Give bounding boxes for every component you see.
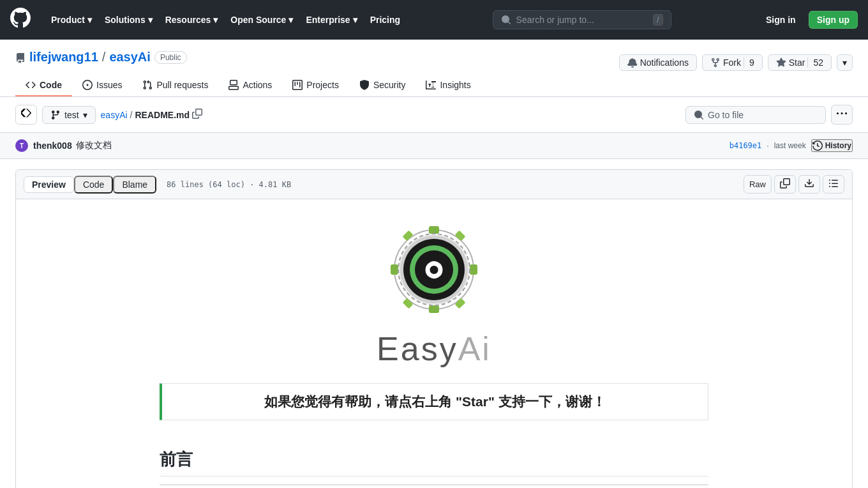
history-icon	[812, 141, 823, 151]
more-repo-actions-button[interactable]: ▾	[837, 54, 853, 71]
header-nav: Product ▾ Solutions ▾ Resources ▾ Open S…	[46, 11, 405, 29]
chevron-down-icon: ▾	[213, 15, 218, 25]
pr-icon	[142, 80, 153, 90]
go-to-file-label: Go to file	[708, 110, 744, 120]
tab-projects[interactable]: Projects	[282, 75, 349, 96]
cta-text: 如果您觉得有帮助，请点右上角 "Star" 支持一下，谢谢！	[264, 394, 605, 409]
tab-actions[interactable]: Actions	[218, 75, 282, 96]
cta-box: 如果您觉得有帮助，请点右上角 "Star" 支持一下，谢谢！	[160, 383, 708, 420]
easyai-logo	[389, 225, 479, 314]
download-button[interactable]	[798, 175, 820, 194]
repo-icon	[15, 53, 26, 63]
commit-time: last week	[774, 141, 806, 150]
file-path-current-file: README.md	[135, 110, 190, 120]
branch-selector[interactable]: test ▾	[42, 106, 96, 124]
nav-enterprise[interactable]: Enterprise ▾	[301, 11, 362, 29]
copy-path-button[interactable]	[192, 109, 202, 121]
tab-security[interactable]: Security	[349, 75, 416, 96]
file-metadata: 86 lines (64 loc) · 4.81 KB	[167, 180, 291, 189]
tab-pull-requests[interactable]: Pull requests	[132, 75, 218, 96]
repo-header: lifejwang11 / easyAi Public Notification…	[0, 40, 868, 97]
tab-code[interactable]: Code	[74, 176, 113, 194]
svg-rect-1	[429, 226, 439, 234]
more-file-options-button[interactable]	[831, 105, 853, 125]
nav-product[interactable]: Product ▾	[46, 11, 97, 29]
outline-button[interactable]	[823, 175, 844, 194]
repo-owner-link[interactable]: lifejwang11	[29, 50, 98, 65]
file-path-separator: /	[130, 110, 133, 120]
tab-insights[interactable]: Insights	[415, 75, 481, 96]
nav-open-source[interactable]: Open Source ▾	[225, 11, 298, 29]
tab-code[interactable]: Code	[15, 75, 72, 96]
nav-solutions-label: Solutions	[105, 15, 146, 25]
file-path-bar: test ▾ easyAi / README.md Go to file	[0, 97, 868, 133]
file-view-actions: Raw	[744, 175, 844, 194]
repo-actions: Notifications Fork 9 Star 52 ▾	[619, 54, 853, 71]
sign-up-button[interactable]: Sign up	[809, 11, 858, 29]
repo-name-link[interactable]: easyAi	[109, 50, 151, 65]
star-icon	[776, 57, 786, 68]
repo-visibility-badge: Public	[154, 51, 187, 64]
bell-icon	[627, 57, 638, 68]
raw-button[interactable]: Raw	[744, 175, 772, 194]
search-shortcut: /	[653, 14, 662, 26]
tab-preview[interactable]: Preview	[24, 176, 74, 193]
svg-rect-7	[455, 298, 466, 309]
tab-issues[interactable]: Issues	[72, 75, 132, 96]
commit-author-avatar: T	[15, 139, 28, 152]
file-path-repo-link[interactable]: easyAi	[101, 110, 128, 120]
nav-resources[interactable]: Resources ▾	[160, 11, 223, 29]
file-view-tabs: Preview Code Blame 86 lines (64 loc) · 4…	[16, 170, 852, 199]
sign-in-button[interactable]: Sign in	[758, 11, 804, 28]
site-header: Product ▾ Solutions ▾ Resources ▾ Open S…	[0, 0, 868, 40]
nav-resources-label: Resources	[165, 15, 211, 25]
easyai-brand-text: EasyAi	[377, 330, 491, 368]
issues-icon	[82, 80, 93, 90]
chevron-down-icon: ▾	[353, 15, 357, 25]
commit-sha[interactable]: b4169e1	[730, 141, 762, 150]
commit-author-name[interactable]: thenk008	[33, 141, 72, 151]
commit-bar: T thenk008 修改文档 b4169e1 · last week Hist…	[0, 133, 868, 159]
copy-file-button[interactable]	[774, 175, 796, 194]
easy-text: Easy	[377, 330, 458, 367]
nav-solutions[interactable]: Solutions ▾	[100, 11, 158, 29]
security-icon	[359, 80, 370, 90]
nav-open-source-label: Open Source	[230, 15, 286, 25]
svg-rect-6	[403, 231, 414, 241]
tab-blame[interactable]: Blame	[113, 176, 156, 194]
fork-label: Fork	[723, 57, 741, 68]
chevron-down-icon: ▾	[87, 15, 92, 25]
repo-tabs-nav: Code Issues Pull requests Actions	[15, 75, 853, 96]
history-button[interactable]: History	[811, 139, 853, 152]
fork-icon	[710, 57, 721, 68]
easyai-logo-svg	[389, 225, 479, 314]
star-button[interactable]: Star 52	[768, 54, 832, 71]
sidebar-toggle-button[interactable]	[15, 105, 37, 125]
nav-pricing[interactable]: Pricing	[365, 11, 405, 29]
repo-path-separator: /	[102, 50, 106, 65]
chevron-down-icon: ▾	[288, 15, 293, 25]
branch-dropdown-icon: ▾	[83, 110, 87, 120]
star-count: 52	[807, 57, 823, 68]
history-label: History	[825, 141, 851, 150]
go-to-file-button[interactable]: Go to file	[685, 106, 826, 124]
search-box[interactable]: Search or jump to... /	[493, 10, 671, 29]
more-options-icon	[837, 109, 847, 119]
header-auth-actions: Sign in Sign up	[758, 11, 858, 29]
repo-header-wrapper: lifejwang11 / easyAi Public Notification…	[0, 40, 868, 97]
search-icon	[694, 110, 704, 120]
branch-icon	[50, 110, 61, 120]
commit-separator: ·	[767, 141, 768, 150]
download-icon	[804, 178, 814, 188]
repo-breadcrumb: lifejwang11 / easyAi Public	[15, 50, 187, 65]
notifications-button[interactable]: Notifications	[619, 54, 697, 71]
svg-point-13	[415, 250, 453, 289]
header-search-area: Search or jump to... /	[415, 10, 748, 29]
file-path: easyAi / README.md	[101, 109, 202, 121]
fork-button[interactable]: Fork 9	[702, 54, 763, 71]
insights-icon	[426, 80, 436, 90]
commit-info-right: b4169e1 · last week History	[730, 139, 853, 152]
github-logo[interactable]	[10, 8, 31, 32]
section-divider: 前言	[160, 436, 708, 485]
svg-rect-8	[403, 298, 414, 309]
